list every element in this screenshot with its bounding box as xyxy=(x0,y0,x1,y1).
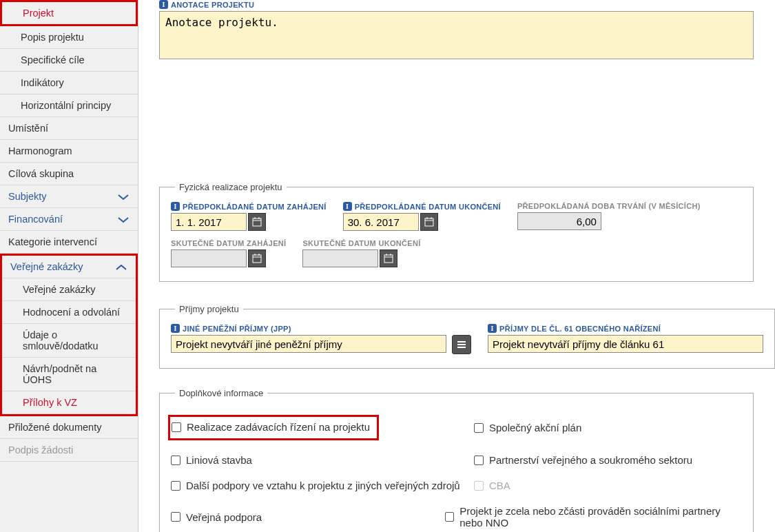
sidebar-item-podpis[interactable]: Podpis žádosti xyxy=(0,439,138,462)
checkbox-liniova[interactable] xyxy=(171,456,180,465)
sidebar-group-vz-highlight: Veřejné zakázky Veřejné zakázky Hodnocen… xyxy=(0,254,138,416)
label-partnerstvi: Partnerství veřejného a soukromého sekto… xyxy=(489,454,692,466)
label-liniova: Liniová stavba xyxy=(186,454,252,466)
sidebar-item-udaje[interactable]: Údaje o smlouvě/dodatku xyxy=(2,324,136,358)
checkbox-socialni[interactable] xyxy=(445,512,454,522)
skut-zah-label: SKUTEČNÉ DATUM ZAHÁJENÍ xyxy=(171,239,286,247)
svg-rect-12 xyxy=(384,255,393,263)
checkbox-partnerstvi[interactable] xyxy=(474,456,484,465)
fieldset-prijmy: Příjmy projektu iJINÉ PENĚŽNÍ PŘÍJMY (JP… xyxy=(159,304,775,369)
info-icon: i xyxy=(159,0,168,9)
sidebar-item-indikatory[interactable]: Indikátory xyxy=(0,72,138,94)
sidebar-item-subjekty[interactable]: Subjekty xyxy=(0,185,138,208)
legend-fyzicka: Fyzická realizace projektu xyxy=(175,182,287,192)
checkbox-cba xyxy=(474,481,484,491)
zahajeni-input[interactable] xyxy=(171,213,247,231)
sidebar-item-horizont[interactable]: Horizontální principy xyxy=(0,94,138,117)
sidebar-item-projekt[interactable]: Projekt xyxy=(0,0,138,26)
sidebar-item-cile[interactable]: Specifické cíle xyxy=(0,49,138,72)
jpp-input[interactable] xyxy=(171,335,446,353)
svg-rect-4 xyxy=(425,218,433,226)
label-verejna: Veřejná podpora xyxy=(186,511,262,523)
calendar-button[interactable] xyxy=(380,249,397,267)
label-spolecny: Společný akční plán xyxy=(489,422,581,433)
sidebar-item-cilova[interactable]: Cílová skupina xyxy=(0,163,138,185)
info-icon: i xyxy=(343,202,352,211)
chevron-down-icon xyxy=(117,192,130,201)
label-dalsi: Další podpory ve vztahu k projektu z jin… xyxy=(186,480,460,491)
svg-rect-0 xyxy=(253,218,261,226)
sidebar-item-navrh[interactable]: Návrh/podnět na ÚOHS xyxy=(2,358,136,391)
checkbox-verejna[interactable] xyxy=(171,512,180,522)
checkbox-dalsi[interactable] xyxy=(171,481,180,491)
sidebar-item-umisteni[interactable]: Umístění xyxy=(0,117,138,140)
zahajeni-label: iPŘEDPOKLÁDANÉ DATUM ZAHÁJENÍ xyxy=(171,202,327,211)
cl61-input[interactable] xyxy=(488,335,763,353)
highlight-realizace: Realizace zadávacích řízení na projektu xyxy=(168,415,379,440)
sidebar-item-popis[interactable]: Popis projektu xyxy=(0,26,138,49)
chevron-down-icon xyxy=(117,215,130,223)
legend-prijmy: Příjmy projektu xyxy=(175,304,243,314)
calendar-button[interactable] xyxy=(420,213,438,231)
ukonceni-input[interactable] xyxy=(343,213,419,231)
info-icon: i xyxy=(488,324,497,333)
sidebar-item-vz[interactable]: Veřejné zakázky xyxy=(2,256,136,278)
anotace-textarea[interactable]: Anotace projektu. xyxy=(159,11,754,59)
info-icon: i xyxy=(171,324,180,333)
sidebar-item-vz-sub[interactable]: Veřejné zakázky xyxy=(2,278,136,301)
sidebar-item-harmonogram[interactable]: Harmonogram xyxy=(0,140,138,163)
skut-zah-input[interactable] xyxy=(171,249,247,267)
label-cba: CBA xyxy=(489,480,510,491)
anotace-label: i ANOTACE PROJEKTU xyxy=(159,0,775,9)
checkbox-realizace[interactable] xyxy=(172,422,181,432)
sidebar-item-financovani[interactable]: Financování xyxy=(0,208,138,231)
sidebar-item-prilozene[interactable]: Přiložené dokumenty xyxy=(0,416,138,439)
skut-uk-input[interactable] xyxy=(302,249,378,267)
svg-rect-8 xyxy=(253,255,261,263)
info-icon: i xyxy=(171,202,180,211)
legend-doplnkove: Doplňkové informace xyxy=(175,388,267,398)
label-socialni: Projekt je zcela nebo zčásti prováděn so… xyxy=(459,505,742,529)
main-content: i ANOTACE PROJEKTU Anotace projektu. Fyz… xyxy=(138,0,775,532)
sidebar: Projekt Popis projektu Specifické cíle I… xyxy=(0,0,138,532)
doba-input xyxy=(517,212,601,230)
chevron-up-icon xyxy=(115,263,127,271)
checkbox-spolecny[interactable] xyxy=(474,423,484,433)
jpp-label: iJINÉ PENĚŽNÍ PŘÍJMY (JPP) xyxy=(171,324,446,333)
ukonceni-label: iPŘEDPOKLÁDANÉ DATUM UKONČENÍ xyxy=(343,202,501,211)
fieldset-doplnkove: Doplňkové informace Realizace zadávacích… xyxy=(159,388,754,532)
sidebar-item-prilohy-vz[interactable]: Přílohy k VZ xyxy=(2,391,136,414)
skut-uk-label: SKUTEČNÉ DATUM UKONČENÍ xyxy=(302,239,420,247)
fieldset-fyzicka: Fyzická realizace projektu iPŘEDPOKLÁDAN… xyxy=(159,182,754,282)
calendar-button[interactable] xyxy=(248,249,266,267)
list-button[interactable] xyxy=(452,335,471,354)
doba-label: PŘEDPOKLÁDANÁ DOBA TRVÁNÍ (V MĚSÍCÍCH) xyxy=(517,202,701,210)
label-realizace: Realizace zadávacích řízení na projektu xyxy=(187,421,370,433)
cl61-label: iPŘÍJMY DLE ČL. 61 OBECNÉHO NAŘÍZENÍ xyxy=(488,324,763,333)
sidebar-item-kategorie[interactable]: Kategorie intervencí xyxy=(0,231,138,254)
calendar-button[interactable] xyxy=(248,213,266,231)
sidebar-item-hodnoceni[interactable]: Hodnocení a odvolání xyxy=(2,301,136,324)
